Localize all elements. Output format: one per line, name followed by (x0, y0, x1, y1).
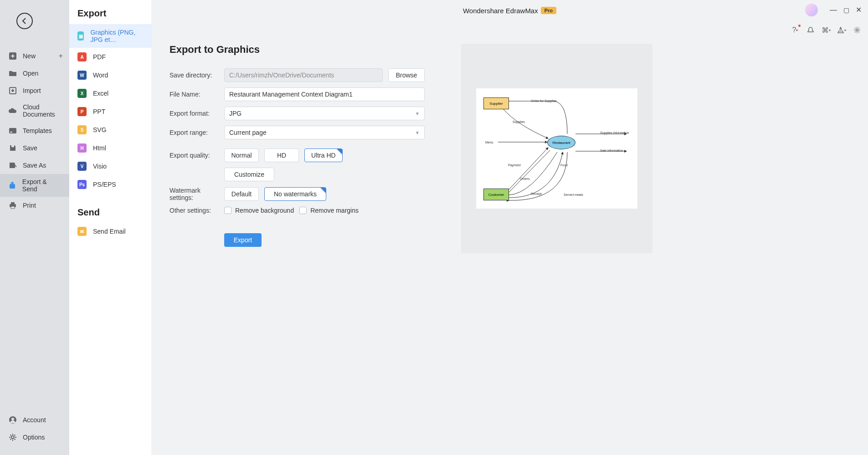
settings-icon[interactable] (853, 26, 862, 35)
email-icon: ✉ (77, 227, 87, 236)
user-avatar[interactable] (805, 4, 818, 16)
toolbar-icons: ?▾ ⌘▾ ▾ (791, 26, 862, 35)
bell-icon[interactable] (806, 26, 815, 35)
nav-print[interactable]: Print (0, 197, 69, 214)
diagram-preview: Supplier Restaurant Customer Menu Order … (476, 88, 637, 209)
nav-options[interactable]: Options (0, 429, 69, 446)
graphics-icon: ▣ (77, 31, 84, 41)
nav-label: Save (23, 144, 37, 152)
ppt-icon: P (77, 107, 87, 116)
save-icon (8, 143, 17, 153)
node-customer: Customer (483, 189, 509, 200)
svg-point-12 (856, 29, 858, 31)
format-svg[interactable]: SSVG (69, 121, 151, 139)
nav-templates[interactable]: Templates (0, 122, 69, 139)
shortcuts-icon[interactable]: ⌘▾ (822, 26, 831, 35)
html-icon: H (77, 143, 87, 153)
chevron-down-icon: ▼ (415, 111, 420, 116)
format-label: Visio (93, 163, 107, 170)
nav-label: Print (23, 202, 36, 209)
templates-icon (8, 126, 17, 135)
label-supplies-info: Supplies information (600, 131, 629, 134)
quality-ultra-hd[interactable]: Ultra HD (304, 148, 343, 162)
export-quality-label: Export quality: (169, 152, 224, 159)
file-name-input[interactable] (224, 87, 425, 101)
format-html[interactable]: HHtml (69, 139, 151, 157)
export-format-panel: Export ▣Graphics (PNG, JPG et… APDF WWor… (69, 0, 151, 455)
nav-label: Cloud Documents (23, 103, 61, 118)
file-name-label: File Name: (169, 91, 224, 98)
back-button[interactable] (16, 13, 33, 29)
close-button[interactable]: ✕ (856, 5, 862, 14)
export-range-select[interactable]: Current page▼ (224, 126, 425, 139)
export-format-label: Export format: (169, 110, 224, 117)
add-icon[interactable]: + (59, 52, 63, 60)
export-range-label: Export range: (169, 129, 224, 136)
app-title: Wondershare EdrawMax (463, 7, 538, 15)
export-format-select[interactable]: JPG▼ (224, 107, 425, 120)
maximize-button[interactable]: ▢ (843, 6, 849, 14)
send-heading: Send (69, 194, 151, 222)
quality-customize[interactable]: Customize (224, 168, 274, 181)
nav-save[interactable]: Save (0, 139, 69, 157)
nav-label: Save As (23, 162, 46, 169)
format-word[interactable]: WWord (69, 66, 151, 84)
save-as-icon (8, 161, 17, 170)
watermark-none[interactable]: No watermarks (264, 187, 326, 201)
theme-icon[interactable]: ▾ (837, 26, 846, 35)
folder-icon (8, 69, 17, 78)
person-icon (8, 415, 17, 424)
format-ppt[interactable]: PPPT (69, 102, 151, 121)
other-settings-label: Other settings: (169, 207, 224, 214)
format-ps-eps[interactable]: PsPS/EPS (69, 175, 151, 194)
pro-badge: Pro (541, 7, 556, 14)
import-icon (8, 86, 17, 95)
minimize-button[interactable]: — (830, 6, 837, 14)
svg-rect-4 (11, 145, 14, 147)
format-pdf[interactable]: APDF (69, 48, 151, 66)
export-form: Export to Graphics Save directory: Brows… (169, 44, 425, 253)
label-order-supplies: Order for Supplies (531, 99, 557, 102)
label-served-meals: Served meals (564, 193, 583, 196)
remove-margins-checkbox[interactable]: Remove margins (299, 207, 359, 214)
nav-label: Export & Send (22, 178, 61, 193)
nav-new[interactable]: New + (0, 47, 69, 65)
label-orders: Orders (520, 177, 529, 180)
nav-save-as[interactable]: Save As (0, 157, 69, 174)
format-graphics[interactable]: ▣Graphics (PNG, JPG et… (69, 24, 151, 48)
save-directory-input (224, 68, 383, 82)
nav-cloud-documents[interactable]: Cloud Documents (0, 99, 69, 122)
chevron-down-icon: ▼ (415, 130, 420, 135)
format-excel[interactable]: XExcel (69, 84, 151, 102)
print-icon (8, 201, 17, 210)
nav-account[interactable]: Account (0, 411, 69, 429)
remove-background-checkbox[interactable]: Remove background (224, 207, 294, 214)
label-receipt: Receipt (531, 192, 542, 195)
arrow-left-icon (20, 16, 29, 26)
format-label: Word (93, 72, 108, 79)
nav-label: Account (23, 416, 46, 424)
node-restaurant: Restaurant (547, 136, 575, 149)
nav-open[interactable]: Open (0, 65, 69, 82)
browse-button[interactable]: Browse (388, 68, 425, 82)
quality-hd[interactable]: HD (264, 148, 299, 162)
svg-point-10 (11, 418, 14, 420)
nav-label: Options (23, 434, 45, 441)
format-label: Graphics (PNG, JPG et… (90, 29, 143, 43)
export-button[interactable]: Export (224, 233, 262, 247)
format-label: PPT (93, 108, 105, 115)
save-dir-label: Save directory: (169, 72, 224, 79)
nav-import[interactable]: Import (0, 82, 69, 99)
word-icon: W (77, 71, 87, 80)
nav-export-send[interactable]: Export & Send (0, 174, 69, 197)
watermark-default[interactable]: Default (224, 187, 259, 201)
export-icon (8, 181, 17, 190)
send-email[interactable]: ✉Send Email (69, 222, 151, 240)
help-icon[interactable]: ?▾ (791, 26, 800, 35)
format-visio[interactable]: VVisio (69, 157, 151, 175)
quality-normal[interactable]: Normal (224, 148, 259, 162)
format-label: PDF (93, 53, 106, 61)
nav-label: Import (23, 87, 41, 94)
pdf-icon: A (77, 52, 87, 61)
cloud-icon (8, 106, 17, 115)
